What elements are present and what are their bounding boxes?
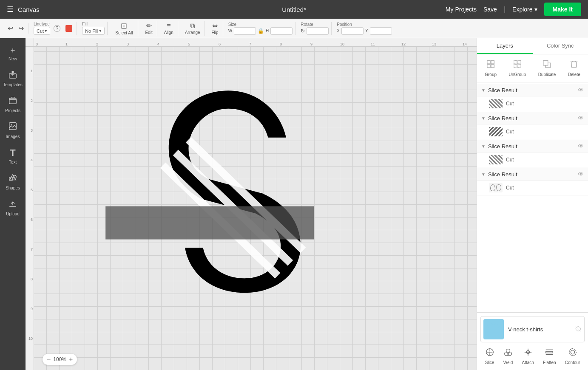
size-group: Size W 🔒 H	[226, 22, 296, 35]
linetype-color[interactable]	[64, 24, 74, 33]
sidebar-item-new[interactable]: ＋ New	[2, 42, 24, 65]
eye-icon-4[interactable]: 👁	[578, 171, 584, 178]
canvas-content[interactable]: − 100% +	[34, 47, 477, 370]
my-projects-button[interactable]: My Projects	[446, 6, 477, 13]
sidebar-item-shapes[interactable]: Shapes	[2, 169, 24, 194]
x-position-input[interactable]	[341, 27, 364, 35]
duplicate-button[interactable]: Duplicate	[535, 58, 560, 79]
linetype-select[interactable]: Cut ▾	[34, 27, 50, 35]
slice-thumb-4	[489, 183, 503, 192]
tab-layers[interactable]: Layers	[477, 38, 533, 54]
zoom-out-button[interactable]: −	[47, 356, 51, 363]
ruler-corner	[26, 38, 34, 47]
edit-icon: ✏	[146, 22, 152, 30]
canvas-area[interactable]: 0 1 2 3 4 5 6 7 8 9 10 11 12 13 14 1 2 3…	[26, 38, 477, 370]
arrange-group: ⧉ Arrange	[181, 21, 205, 36]
slice-button[interactable]: Slice	[485, 347, 494, 365]
contour-button[interactable]: Contour	[565, 347, 580, 365]
slice-group-2: ▼ Slice Result 👁 Cut	[477, 112, 588, 139]
arrange-button[interactable]: ⧉ Arrange	[183, 21, 202, 36]
divider: |	[504, 6, 506, 13]
sidebar-item-templates[interactable]: Templates	[2, 66, 24, 90]
svg-rect-13	[514, 61, 517, 64]
zoom-controls: − 100% +	[43, 354, 77, 365]
edit-button[interactable]: ✏ Edit	[143, 21, 154, 36]
svg-rect-15	[514, 65, 517, 68]
material-eye-icon[interactable]	[575, 325, 582, 333]
size-item: Size W 🔒 H	[228, 22, 293, 35]
material-label: V-neck t-shirts	[508, 326, 543, 333]
menu-icon[interactable]: ☰	[7, 5, 14, 14]
sidebar-item-projects[interactable]: Projects	[2, 92, 24, 116]
slice-header-1[interactable]: ▼ Slice Result 👁	[477, 84, 588, 96]
ungroup-button[interactable]: UnGroup	[506, 58, 530, 79]
attach-icon	[523, 347, 533, 359]
top-bar-left: ☰ Canvas	[7, 5, 40, 14]
sidebar-item-text[interactable]: T Text	[2, 144, 24, 168]
make-it-button[interactable]: Make It	[544, 3, 581, 16]
plus-icon: ＋	[9, 45, 17, 55]
slice-header-4[interactable]: ▼ Slice Result 👁	[477, 168, 588, 181]
zoom-in-button[interactable]: +	[69, 356, 73, 363]
redo-button[interactable]: ↪	[17, 23, 26, 34]
slice-header-3[interactable]: ▼ Slice Result 👁	[477, 140, 588, 153]
save-button[interactable]: Save	[483, 6, 497, 13]
slice-item-label-4: Cut	[506, 185, 514, 191]
flip-group: ⇔ Flip	[207, 21, 223, 36]
linetype-help[interactable]: ?	[52, 24, 62, 33]
rotate-label: Rotate	[301, 22, 329, 27]
flatten-button[interactable]: Flatten	[543, 347, 556, 365]
undo-button[interactable]: ↩	[6, 23, 15, 34]
tab-color-sync[interactable]: Color Sync	[533, 38, 588, 54]
sidebar-item-images[interactable]: Images	[2, 118, 24, 142]
svg-rect-16	[518, 65, 521, 68]
width-input[interactable]	[234, 27, 256, 35]
group-button[interactable]: Group	[481, 58, 500, 79]
slice-item-4: Cut	[477, 181, 588, 195]
slice-group-4: ▼ Slice Result 👁 Cut	[477, 168, 588, 195]
eye-icon-3[interactable]: 👁	[578, 143, 584, 150]
projects-icon	[8, 96, 17, 107]
shapes-icon	[8, 173, 17, 184]
align-button[interactable]: ≡ Align	[162, 21, 175, 36]
delete-button[interactable]: Delete	[565, 58, 584, 79]
canvas-label: Canvas	[18, 6, 40, 13]
fill-item: Fill No Fill ▾	[82, 22, 105, 35]
slice-title-1: Slice Result	[488, 87, 575, 93]
weld-button[interactable]: Weld	[503, 347, 513, 365]
explore-button[interactable]: Explore ▾	[512, 6, 537, 13]
rotate-input[interactable]	[307, 27, 329, 35]
eye-icon-1[interactable]: 👁	[578, 87, 584, 93]
attach-button[interactable]: Attach	[522, 347, 534, 365]
upload-icon	[8, 199, 17, 210]
select-all-icon: ⊡	[121, 21, 127, 31]
slice-title-3: Slice Result	[488, 143, 575, 150]
fill-select[interactable]: No Fill ▾	[82, 27, 105, 35]
chevron-down-icon: ▼	[481, 172, 486, 177]
sidebar-item-upload[interactable]: Upload	[2, 195, 24, 220]
slice-title-2: Slice Result	[488, 115, 575, 121]
slice-title-4: Slice Result	[488, 171, 575, 178]
panel-actions: Group UnGroup	[477, 54, 588, 82]
images-icon	[8, 121, 17, 133]
svg-point-2	[11, 124, 12, 125]
chevron-down-icon: ▼	[481, 116, 486, 121]
slice-group-1: ▼ Slice Result 👁 Cut	[477, 84, 588, 111]
top-bar-right: My Projects Save | Explore ▾ Make It	[446, 3, 581, 16]
contour-icon	[568, 347, 577, 359]
select-all-button[interactable]: ⊡ Select All	[113, 20, 135, 36]
position-item: Position X Y	[337, 22, 392, 35]
slice-item-label-2: Cut	[506, 129, 514, 135]
flip-button[interactable]: ⇔ Flip	[210, 21, 220, 36]
eye-icon-2[interactable]: 👁	[578, 115, 584, 121]
panel-tabs: Layers Color Sync	[477, 38, 588, 54]
slice-header-2[interactable]: ▼ Slice Result 👁	[477, 112, 588, 124]
document-title: Untitled*	[282, 6, 306, 13]
weld-icon	[503, 347, 513, 359]
delete-icon	[569, 59, 579, 71]
svg-rect-26	[546, 351, 553, 353]
height-input[interactable]	[270, 27, 293, 35]
main-area: ＋ New Templates Projects	[0, 38, 588, 370]
fill-group: Fill No Fill ▾	[80, 22, 108, 35]
y-position-input[interactable]	[370, 27, 392, 35]
